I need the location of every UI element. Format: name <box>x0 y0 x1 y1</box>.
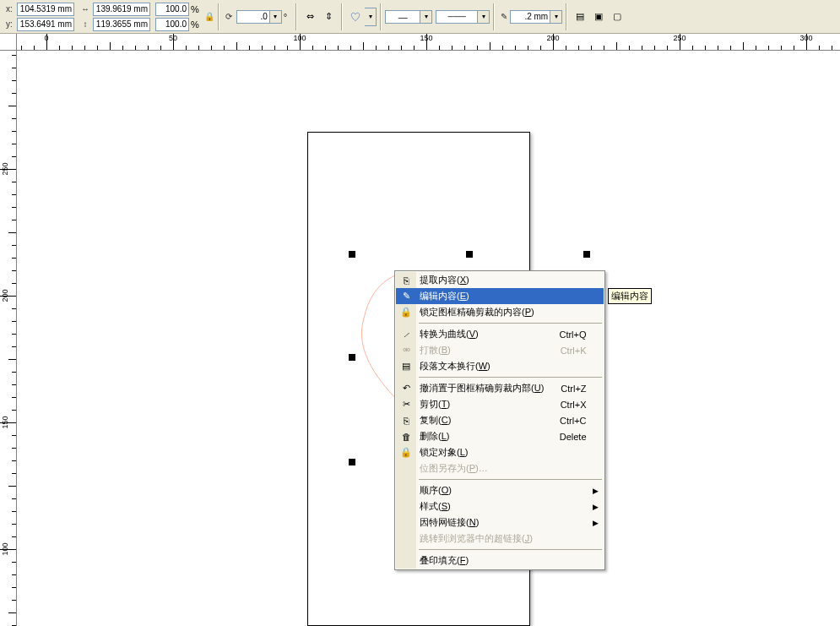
wrap-icon: ▤ <box>398 360 414 373</box>
selection-handle[interactable] <box>349 251 355 258</box>
vertical-ruler[interactable]: 50100150200250300 <box>0 51 17 626</box>
ruler-tick-label: 300 <box>799 34 812 42</box>
y-pos-icon: y: <box>3 19 15 30</box>
ruler-tick-label: 250 <box>1 162 9 175</box>
tooltip: 编辑内容 <box>608 288 652 304</box>
ruler-tick-label: 150 <box>420 34 432 42</box>
submenu-arrow-icon: ▶ <box>593 503 599 511</box>
menu-item-跳转到浏览器中的超链接: 跳转到浏览器中的超链接(J) <box>396 531 604 547</box>
menu-item-顺序[interactable]: 顺序(O)▶ <box>396 482 604 498</box>
menu-item-位图另存为: 位图另存为(P)… <box>396 460 604 476</box>
menu-item-undo[interactable]: ↶撤消置于图框精确剪裁内部(U)Ctrl+Z <box>396 380 604 396</box>
menu-item-因特网链接[interactable]: 因特网链接(N)▶ <box>396 514 604 531</box>
context-menu: ⎘提取内容(X)✎编辑内容(E)🔒锁定图框精确剪裁的内容(P)⟋转换为曲线(V)… <box>394 270 605 570</box>
mirror-h-button[interactable]: ⇔ <box>301 8 319 26</box>
selection-handle[interactable] <box>349 354 355 361</box>
x-pos-icon: x: <box>3 3 15 15</box>
ruler-tick-label: 200 <box>546 34 559 42</box>
menu-separator <box>419 479 602 480</box>
menu-item-cut[interactable]: ✂剪切(T)Ctrl+X <box>396 396 604 412</box>
position-group: x: y: <box>3 2 74 31</box>
blank-icon <box>398 554 414 568</box>
submenu-arrow-icon: ▶ <box>593 487 599 495</box>
menu-item-edit[interactable]: ✎编辑内容(E) <box>396 288 604 304</box>
ruler-tick-label: 250 <box>673 34 686 42</box>
scale-y-input[interactable] <box>155 18 189 31</box>
separator <box>218 3 219 30</box>
rotation-dropdown[interactable]: ▾ <box>270 10 282 24</box>
menu-item-label: 叠印填充(F) <box>420 554 469 567</box>
height-input[interactable] <box>93 18 150 31</box>
curve-icon: ⟋ <box>398 328 414 341</box>
menu-item-delete[interactable]: 🗑删除(L)Delete <box>396 428 604 444</box>
menu-item-lock-frame[interactable]: 🔒锁定图框精确剪裁的内容(P) <box>396 304 604 320</box>
menu-item-label: 编辑内容(E) <box>420 290 469 302</box>
outline-width-dropdown[interactable]: ▾ <box>550 10 562 24</box>
menu-item-wrap[interactable]: ▤段落文本换行(W) <box>396 358 604 374</box>
line-style-group: ─── ▾ <box>436 9 490 24</box>
menu-item-curve[interactable]: ⟋转换为曲线(V)Ctrl+Q <box>396 326 604 342</box>
menu-item-label: 复制(C) <box>420 414 451 427</box>
ruler-origin[interactable] <box>0 34 17 51</box>
undo-icon: ↶ <box>398 382 414 395</box>
separator <box>380 3 382 30</box>
wrap-text-button[interactable]: ▤ <box>571 8 589 26</box>
selection-handle[interactable] <box>349 459 355 465</box>
ruler-tick-label: 50 <box>169 34 177 42</box>
blank-icon <box>398 500 414 514</box>
copy-icon: ⎘ <box>398 414 414 427</box>
ruler-tick-label: 0 <box>44 34 48 42</box>
separator <box>341 3 343 30</box>
menu-item-label: 锁定对象(L) <box>420 446 468 459</box>
menu-item-extract[interactable]: ⎘提取内容(X) <box>396 272 604 288</box>
break-icon: ⚮ <box>398 344 414 357</box>
scale-x-input[interactable] <box>155 3 189 16</box>
ruler-tick-label: 150 <box>1 416 9 428</box>
menu-item-label: 因特网链接(N) <box>420 516 479 529</box>
outline-width-icon: ✎ <box>498 11 510 23</box>
line-start-preview: — <box>385 10 420 24</box>
y-pos-input[interactable] <box>17 18 74 31</box>
menu-item-label: 转换为曲线(V) <box>420 328 479 340</box>
lock-ratio-icon[interactable]: 🔒 <box>204 12 214 21</box>
selection-handle[interactable] <box>466 251 473 258</box>
menu-item-shortcut: Ctrl+X <box>544 400 587 410</box>
shape-dropdown[interactable]: ▾ <box>365 8 377 26</box>
menu-item-shortcut: Ctrl+Q <box>542 329 586 340</box>
menu-item-样式[interactable]: 样式(S)▶ <box>396 498 604 514</box>
lock-frame-icon: 🔒 <box>398 306 414 319</box>
property-toolbar: x: y: ↔ ↕ % % 🔒 ⟳ <box>0 0 840 34</box>
menu-item-copy[interactable]: ⎘复制(C)Ctrl+C <box>396 412 604 428</box>
to-back-button[interactable]: ▢ <box>608 8 626 26</box>
rotation-group: ⟳ ▾ ° <box>223 9 287 24</box>
horizontal-ruler[interactable]: 050100150200250300 <box>17 34 840 51</box>
rotation-icon: ⟳ <box>223 11 235 23</box>
x-pos-input[interactable] <box>17 3 74 16</box>
size-group: ↔ ↕ <box>79 2 150 31</box>
to-front-button[interactable]: ▣ <box>589 8 608 26</box>
menu-item-label: 段落文本换行(W) <box>420 360 490 373</box>
selection-handle[interactable] <box>583 251 590 258</box>
menu-item-lock[interactable]: 🔒锁定对象(L) <box>396 444 604 460</box>
menu-item-label: 位图另存为(P)… <box>420 462 488 475</box>
scale-group: % % <box>155 2 199 31</box>
ruler-tick-label: 100 <box>1 542 9 555</box>
menu-item-shortcut: Delete <box>543 432 587 442</box>
mirror-v-button[interactable]: ⇕ <box>319 8 338 26</box>
height-icon: ↕ <box>79 19 91 30</box>
line-style-dropdown[interactable]: ▾ <box>478 10 490 24</box>
menu-item-叠印填充[interactable]: 叠印填充(F) <box>396 553 604 569</box>
tooltip-text: 编辑内容 <box>611 291 648 301</box>
line-start-dropdown[interactable]: ▾ <box>420 10 432 24</box>
menu-item-break: ⚮打散(B)Ctrl+K <box>396 342 604 358</box>
menu-separator <box>419 377 602 378</box>
menu-item-shortcut: Ctrl+C <box>543 416 586 426</box>
separator <box>493 3 495 30</box>
width-input[interactable] <box>93 3 150 16</box>
shape-heart-button[interactable] <box>346 8 365 26</box>
menu-item-label: 剪切(T) <box>420 398 450 411</box>
outline-width-input[interactable] <box>510 10 550 24</box>
menu-item-shortcut: Ctrl+K <box>544 346 587 356</box>
menu-item-label: 顺序(O) <box>420 484 452 497</box>
rotation-input[interactable] <box>236 10 270 24</box>
